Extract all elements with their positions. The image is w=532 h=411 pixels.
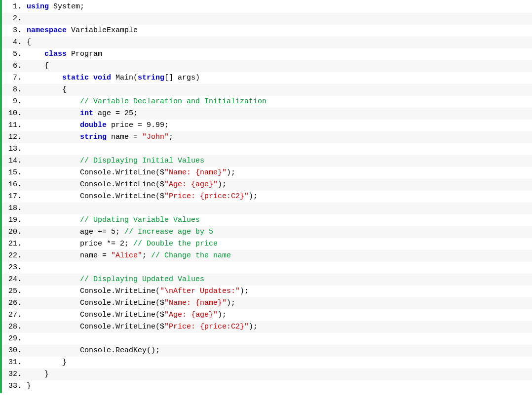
code-line: 25. Console.WriteLine("\nAfter Updates:"… <box>2 286 532 297</box>
code-line: 16. Console.WriteLine($"Age: {age}"); <box>2 179 532 191</box>
code-line: 15. Console.WriteLine($"Name: {name}"); <box>2 167 532 179</box>
line-number: 4. <box>2 37 27 48</box>
line-number: 22. <box>2 250 27 262</box>
line-number: 32. <box>2 369 27 380</box>
line-number: 25. <box>2 286 27 297</box>
code-content: { <box>27 37 532 48</box>
line-number: 21. <box>2 238 27 250</box>
code-content: } <box>27 357 532 369</box>
code-block: 1.using System;2.3.namespace VariableExa… <box>0 0 532 393</box>
code-line: 32. } <box>2 369 532 380</box>
code-line: 22. name = "Alice"; // Change the name <box>2 250 532 262</box>
line-number: 6. <box>2 60 27 72</box>
line-number: 31. <box>2 357 27 369</box>
line-number: 1. <box>2 1 27 13</box>
code-content: string name = "John"; <box>27 131 532 143</box>
code-content: // Displaying Initial Values <box>27 155 532 167</box>
code-content: namespace VariableExample <box>27 25 532 37</box>
line-number: 11. <box>2 120 27 131</box>
code-content: Console.WriteLine($"Price: {price:C2}"); <box>27 321 532 333</box>
code-line: 2. <box>2 13 532 25</box>
code-content: Console.WriteLine($"Name: {name}"); <box>27 167 532 179</box>
line-number: 27. <box>2 309 27 321</box>
code-line: 33.} <box>2 380 532 392</box>
code-line: 28. Console.WriteLine($"Price: {price:C2… <box>2 321 532 333</box>
line-number: 3. <box>2 25 27 37</box>
line-number: 18. <box>2 203 27 214</box>
line-number: 14. <box>2 155 27 167</box>
line-number: 5. <box>2 48 27 60</box>
code-line: 19. // Updating Variable Values <box>2 214 532 226</box>
code-line: 29. <box>2 333 532 345</box>
code-line: 18. <box>2 203 532 214</box>
line-number: 29. <box>2 333 27 345</box>
code-content: Console.WriteLine($"Name: {name}"); <box>27 297 532 309</box>
code-line: 24. // Displaying Updated Values <box>2 274 532 286</box>
code-line: 11. double price = 9.99; <box>2 120 532 131</box>
code-line: 8. { <box>2 84 532 96</box>
line-number: 26. <box>2 297 27 309</box>
code-content: price *= 2; // Double the price <box>27 238 532 250</box>
code-line: 13. <box>2 143 532 155</box>
line-number: 15. <box>2 167 27 179</box>
code-content: class Program <box>27 48 532 60</box>
code-content: Console.WriteLine($"Age: {age}"); <box>27 179 532 191</box>
line-number: 28. <box>2 321 27 333</box>
code-line: 6. { <box>2 60 532 72</box>
line-number: 19. <box>2 214 27 226</box>
code-content: // Variable Declaration and Initializati… <box>27 96 532 108</box>
code-line: 27. Console.WriteLine($"Age: {age}"); <box>2 309 532 321</box>
code-content: static void Main(string[] args) <box>27 72 532 84</box>
code-content: int age = 25; <box>27 108 532 120</box>
code-line: 31. } <box>2 357 532 369</box>
code-line: 14. // Displaying Initial Values <box>2 155 532 167</box>
code-content: double price = 9.99; <box>27 120 532 131</box>
line-number: 16. <box>2 179 27 191</box>
line-number: 24. <box>2 274 27 286</box>
code-line: 1.using System; <box>2 1 532 13</box>
code-line: 26. Console.WriteLine($"Name: {name}"); <box>2 297 532 309</box>
code-line: 9. // Variable Declaration and Initializ… <box>2 96 532 108</box>
code-content: { <box>27 60 532 72</box>
code-line: 21. price *= 2; // Double the price <box>2 238 532 250</box>
code-content: Console.WriteLine($"Price: {price:C2}"); <box>27 191 532 203</box>
code-content: Console.WriteLine($"Age: {age}"); <box>27 309 532 321</box>
code-content: Console.WriteLine("\nAfter Updates:"); <box>27 286 532 297</box>
code-line: 30. Console.ReadKey(); <box>2 345 532 357</box>
code-content: Console.ReadKey(); <box>27 345 532 357</box>
code-line: 10. int age = 25; <box>2 108 532 120</box>
line-number: 10. <box>2 108 27 120</box>
code-line: 5. class Program <box>2 48 532 60</box>
code-line: 23. <box>2 262 532 274</box>
code-line: 7. static void Main(string[] args) <box>2 72 532 84</box>
code-content: // Updating Variable Values <box>27 214 532 226</box>
line-number: 8. <box>2 84 27 96</box>
code-line: 17. Console.WriteLine($"Price: {price:C2… <box>2 191 532 203</box>
code-content: age += 5; // Increase age by 5 <box>27 226 532 238</box>
line-number: 20. <box>2 226 27 238</box>
line-number: 2. <box>2 13 27 25</box>
line-number: 7. <box>2 72 27 84</box>
code-content: } <box>27 369 532 380</box>
code-line: 4.{ <box>2 37 532 48</box>
line-number: 33. <box>2 380 27 392</box>
line-number: 12. <box>2 131 27 143</box>
line-number: 13. <box>2 143 27 155</box>
code-content: name = "Alice"; // Change the name <box>27 250 532 262</box>
code-line: 20. age += 5; // Increase age by 5 <box>2 226 532 238</box>
line-number: 17. <box>2 191 27 203</box>
code-content: // Displaying Updated Values <box>27 274 532 286</box>
code-content: { <box>27 84 532 96</box>
code-content: } <box>27 380 532 392</box>
code-line: 3.namespace VariableExample <box>2 25 532 37</box>
line-number: 23. <box>2 262 27 274</box>
line-number: 30. <box>2 345 27 357</box>
code-line: 12. string name = "John"; <box>2 131 532 143</box>
code-content: using System; <box>27 1 532 13</box>
line-number: 9. <box>2 96 27 108</box>
